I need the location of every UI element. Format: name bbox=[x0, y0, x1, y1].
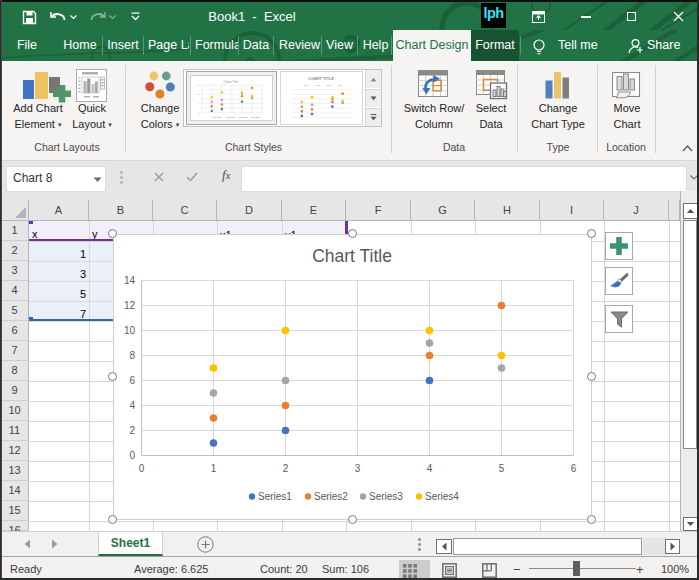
svg-text:CHART TITLE: CHART TITLE bbox=[308, 76, 334, 81]
svg-text:5: 5 bbox=[499, 463, 505, 474]
svg-text:14: 14 bbox=[124, 275, 136, 286]
svg-text:3: 3 bbox=[355, 463, 361, 474]
svg-text:Chart Title: Chart Title bbox=[224, 80, 239, 84]
svg-text:●Series4: ●Series4 bbox=[251, 116, 261, 118]
svg-text:Series1: Series1 bbox=[258, 491, 292, 502]
svg-text:12: 12 bbox=[124, 300, 136, 311]
svg-text:2: 2 bbox=[283, 463, 289, 474]
svg-text:Chart Title: Chart Title bbox=[312, 246, 392, 266]
svg-text:0: 0 bbox=[139, 463, 145, 474]
svg-text:0: 0 bbox=[129, 450, 135, 461]
svg-text:4: 4 bbox=[427, 463, 433, 474]
svg-text:6: 6 bbox=[571, 463, 577, 474]
svg-text:2: 2 bbox=[129, 425, 135, 436]
svg-text:●S2: ●S2 bbox=[315, 84, 320, 87]
svg-text:14: 14 bbox=[197, 84, 200, 86]
svg-text:10: 10 bbox=[124, 325, 136, 336]
svg-text:●Series3: ●Series3 bbox=[238, 116, 248, 118]
svg-text:Series2: Series2 bbox=[314, 491, 348, 502]
svg-text:4: 4 bbox=[199, 102, 201, 104]
svg-text:Series4: Series4 bbox=[425, 491, 459, 502]
svg-text:1: 1 bbox=[211, 463, 217, 474]
svg-text:●S1: ●S1 bbox=[304, 84, 309, 87]
svg-text:Series3: Series3 bbox=[369, 491, 403, 502]
svg-text:0: 0 bbox=[199, 112, 201, 114]
svg-text:6: 6 bbox=[129, 375, 135, 386]
svg-text:4: 4 bbox=[129, 400, 135, 411]
svg-text:●S4: ●S4 bbox=[338, 84, 343, 87]
svg-text:●Series1: ●Series1 bbox=[213, 116, 223, 118]
svg-text:●S3: ●S3 bbox=[327, 84, 332, 87]
svg-text:●Series2: ●Series2 bbox=[226, 116, 236, 118]
svg-text:10: 10 bbox=[197, 93, 200, 95]
svg-text:8: 8 bbox=[129, 350, 135, 361]
